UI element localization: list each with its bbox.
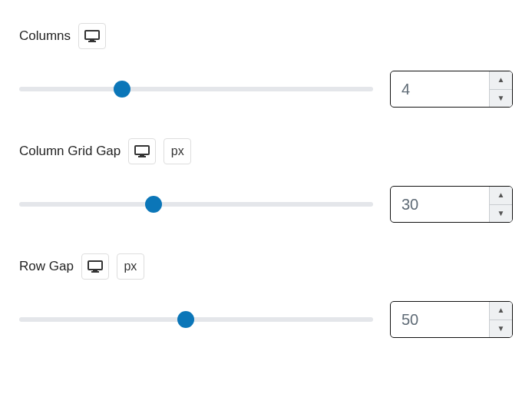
column-grid-gap-label: Column Grid Gap <box>19 144 121 159</box>
svg-rect-3 <box>135 146 149 154</box>
desktop-icon <box>88 260 103 273</box>
slider-track <box>19 87 373 91</box>
column-grid-gap-slider[interactable] <box>19 196 373 213</box>
column-grid-gap-number-input[interactable]: 30 ▲ ▼ <box>390 186 513 223</box>
svg-rect-4 <box>140 154 144 156</box>
column-grid-gap-header: Column Grid Gap px <box>19 138 513 164</box>
desktop-icon <box>134 145 150 157</box>
unit-label: px <box>171 144 184 158</box>
columns-slider[interactable] <box>19 81 373 98</box>
slider-thumb[interactable] <box>145 196 162 213</box>
row-gap-header: Row Gap px <box>19 253 513 280</box>
row-gap-number-input[interactable]: 50 ▲ ▼ <box>390 301 513 338</box>
columns-number-input[interactable]: 4 ▲ ▼ <box>390 71 513 108</box>
slider-thumb[interactable] <box>114 81 131 98</box>
column-grid-gap-increment[interactable]: ▲ <box>490 187 512 204</box>
slider-track <box>19 202 373 207</box>
row-gap-row: 50 ▲ ▼ <box>19 301 513 338</box>
columns-header: Columns <box>19 23 513 49</box>
desktop-icon <box>84 30 100 42</box>
column-grid-gap-row: 30 ▲ ▼ <box>19 186 513 223</box>
responsive-device-button[interactable] <box>128 138 156 164</box>
row-gap-decrement[interactable]: ▼ <box>490 320 512 338</box>
row-gap-spinner: ▲ ▼ <box>489 302 512 337</box>
columns-value[interactable]: 4 <box>391 71 489 107</box>
unit-selector[interactable]: px <box>164 138 191 164</box>
row-gap-increment[interactable]: ▲ <box>490 302 512 320</box>
unit-label: px <box>124 260 137 273</box>
slider-track <box>19 317 373 322</box>
row-gap-control: Row Gap px 50 ▲ ▼ <box>19 253 513 338</box>
svg-rect-0 <box>85 31 99 39</box>
columns-decrement[interactable]: ▼ <box>490 89 512 108</box>
column-grid-gap-spinner: ▲ ▼ <box>489 187 512 222</box>
row-gap-value[interactable]: 50 <box>391 302 489 337</box>
columns-label: Columns <box>19 28 71 44</box>
columns-control: Columns 4 ▲ ▼ <box>19 23 513 108</box>
columns-increment[interactable]: ▲ <box>490 71 512 89</box>
svg-rect-8 <box>91 271 99 273</box>
svg-rect-1 <box>90 39 94 41</box>
svg-rect-6 <box>88 261 102 270</box>
responsive-device-button[interactable] <box>78 23 106 49</box>
row-gap-label: Row Gap <box>19 259 74 274</box>
column-grid-gap-value[interactable]: 30 <box>391 187 489 222</box>
column-grid-gap-decrement[interactable]: ▼ <box>490 204 512 223</box>
column-grid-gap-control: Column Grid Gap px 30 ▲ ▼ <box>19 138 513 223</box>
unit-selector[interactable]: px <box>117 253 144 280</box>
columns-row: 4 ▲ ▼ <box>19 71 513 108</box>
slider-thumb[interactable] <box>177 311 194 328</box>
row-gap-slider[interactable] <box>19 311 373 328</box>
columns-spinner: ▲ ▼ <box>489 71 512 107</box>
svg-rect-5 <box>138 156 146 157</box>
svg-rect-7 <box>93 270 97 271</box>
responsive-device-button[interactable] <box>81 253 109 280</box>
svg-rect-2 <box>88 41 96 42</box>
